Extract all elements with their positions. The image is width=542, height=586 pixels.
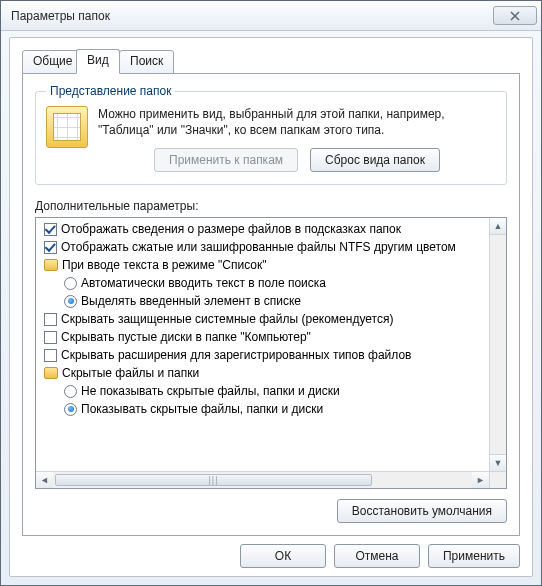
radio[interactable] bbox=[64, 277, 77, 290]
radio[interactable] bbox=[64, 295, 77, 308]
checkbox[interactable] bbox=[44, 331, 57, 344]
list-item[interactable]: Скрывать расширения для зарегистрированн… bbox=[38, 346, 489, 364]
list-item-label: Автоматически вводить текст в поле поиск… bbox=[81, 276, 326, 290]
list-item: Скрытые файлы и папки bbox=[38, 364, 489, 382]
client-area: Общие Вид Поиск Представление папок Можн… bbox=[9, 37, 533, 577]
list-item-label: Отображать сведения о размере файлов в п… bbox=[61, 222, 401, 236]
advanced-settings-list: Отображать сведения о размере файлов в п… bbox=[35, 217, 507, 489]
list-item-label: Скрывать защищенные системные файлы (рек… bbox=[61, 312, 393, 326]
ok-button[interactable]: ОК bbox=[240, 544, 326, 568]
tab-view[interactable]: Вид bbox=[76, 49, 120, 74]
tab-content-view: Представление папок Можно применить вид,… bbox=[22, 74, 520, 536]
folder-icon bbox=[44, 259, 58, 271]
horizontal-scrollbar[interactable]: ◄ ||| ► bbox=[36, 471, 506, 488]
tab-view-label: Вид bbox=[87, 53, 109, 67]
list-item[interactable]: Автоматически вводить текст в поле поиск… bbox=[38, 274, 489, 292]
list-item[interactable]: Отображать сжатые или зашифрованные файл… bbox=[38, 238, 489, 256]
scroll-up-arrow-icon[interactable]: ▲ bbox=[490, 218, 506, 235]
list-item-label: Не показывать скрытые файлы, папки и дис… bbox=[81, 384, 340, 398]
list-item-label: При вводе текста в режиме "Список" bbox=[62, 258, 267, 272]
dialog-buttons: ОК Отмена Применить bbox=[22, 544, 520, 568]
checkbox[interactable] bbox=[44, 241, 57, 254]
folder-views-text: Можно применить вид, выбранный для этой … bbox=[98, 106, 496, 138]
horizontal-scroll-thumb[interactable]: ||| bbox=[55, 474, 372, 486]
checkbox[interactable] bbox=[44, 223, 57, 236]
scroll-down-arrow-icon[interactable]: ▼ bbox=[490, 454, 506, 471]
list-item[interactable]: Показывать скрытые файлы, папки и диски bbox=[38, 400, 489, 418]
reset-folders-button[interactable]: Сброс вида папок bbox=[310, 148, 440, 172]
list-item: При вводе текста в режиме "Список" bbox=[38, 256, 489, 274]
cancel-button[interactable]: Отмена bbox=[334, 544, 420, 568]
close-icon bbox=[510, 11, 520, 21]
radio[interactable] bbox=[64, 403, 77, 416]
advanced-settings-label: Дополнительные параметры: bbox=[35, 199, 507, 213]
scroll-left-arrow-icon[interactable]: ◄ bbox=[36, 472, 53, 488]
list-item-label: Выделять введенный элемент в списке bbox=[81, 294, 301, 308]
tab-search[interactable]: Поиск bbox=[119, 50, 174, 74]
scroll-right-arrow-icon[interactable]: ► bbox=[472, 472, 489, 488]
folder-views-legend: Представление папок bbox=[46, 84, 175, 98]
list-item-label: Скрытые файлы и папки bbox=[62, 366, 199, 380]
tab-strip: Общие Вид Поиск bbox=[22, 50, 520, 74]
tab-general[interactable]: Общие bbox=[22, 50, 83, 74]
list-item-label: Отображать сжатые или зашифрованные файл… bbox=[61, 240, 456, 254]
list-item[interactable]: Выделять введенный элемент в списке bbox=[38, 292, 489, 310]
list-item[interactable]: Скрывать защищенные системные файлы (рек… bbox=[38, 310, 489, 328]
window-title: Параметры папок bbox=[11, 9, 110, 23]
vertical-scrollbar[interactable]: ▲ ▼ bbox=[489, 218, 506, 471]
apply-button[interactable]: Применить bbox=[428, 544, 520, 568]
checkbox[interactable] bbox=[44, 349, 57, 362]
folder-views-group: Представление папок Можно применить вид,… bbox=[35, 84, 507, 185]
checkbox[interactable] bbox=[44, 313, 57, 326]
radio[interactable] bbox=[64, 385, 77, 398]
list-item-label: Скрывать пустые диски в папке "Компьютер… bbox=[61, 330, 311, 344]
close-button[interactable] bbox=[493, 6, 537, 25]
list-item[interactable]: Не показывать скрытые файлы, папки и дис… bbox=[38, 382, 489, 400]
list-item-label: Скрывать расширения для зарегистрированн… bbox=[61, 348, 411, 362]
folder-icon bbox=[44, 367, 58, 379]
tab-general-label: Общие bbox=[33, 54, 72, 68]
apply-to-folders-button: Применить к папкам bbox=[154, 148, 298, 172]
list-item[interactable]: Скрывать пустые диски в папке "Компьютер… bbox=[38, 328, 489, 346]
list-item-label: Показывать скрытые файлы, папки и диски bbox=[81, 402, 323, 416]
titlebar: Параметры папок bbox=[1, 1, 541, 31]
advanced-settings-scroll[interactable]: Отображать сведения о размере файлов в п… bbox=[36, 218, 489, 471]
restore-defaults-button[interactable]: Восстановить умолчания bbox=[337, 499, 507, 523]
tab-search-label: Поиск bbox=[130, 54, 163, 68]
folder-options-window: Параметры папок Общие Вид Поиск Представ… bbox=[0, 0, 542, 586]
list-item[interactable]: Отображать сведения о размере файлов в п… bbox=[38, 220, 489, 238]
folder-views-icon bbox=[46, 106, 88, 148]
scroll-corner bbox=[489, 472, 506, 488]
